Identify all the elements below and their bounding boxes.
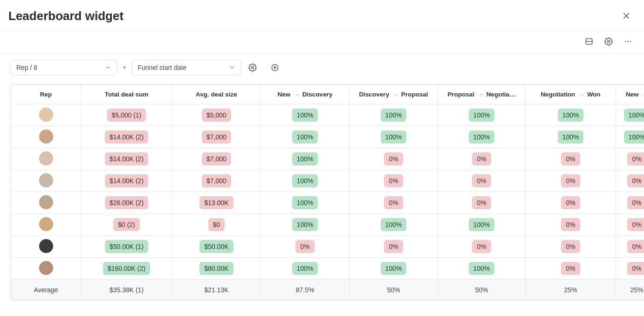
cell-s2: 0% (349, 192, 438, 214)
value-badge: $7,000 (202, 174, 231, 187)
value-badge: 100% (624, 109, 644, 122)
arrow-right-icon: → (392, 91, 398, 98)
table-row[interactable]: $5,000 (1)$5,000100%100%100%100%100% (11, 104, 644, 126)
cell-s5: 100% (616, 126, 644, 148)
cell-s2: 0% (349, 236, 438, 258)
table-row[interactable]: $0 (2)$0100%100%100%0%0% (11, 214, 644, 236)
table-row[interactable]: $14.00K (2)$7,000100%100%100%100%100% (11, 126, 644, 148)
cell-s2: 100% (349, 258, 438, 280)
arrow-right-icon: → (293, 91, 300, 98)
cell-rep (11, 214, 81, 236)
value-badge: 100% (292, 131, 318, 144)
close-button[interactable] (618, 7, 635, 24)
stage-to: Negotia… (486, 91, 516, 98)
value-badge: 100% (292, 262, 318, 275)
avatar[interactable] (39, 173, 53, 187)
stage-to: Proposal (401, 91, 428, 98)
cell-avg: $50.00K (172, 236, 261, 258)
settings-button[interactable] (602, 35, 615, 48)
layout-button[interactable] (582, 35, 596, 48)
feedback-button[interactable] (268, 61, 281, 74)
cell-s3: 0% (438, 148, 526, 170)
date-label: Funnel start date (137, 64, 186, 71)
arrow-right-icon: → (642, 91, 644, 98)
stage-from: New (626, 91, 639, 98)
value-badge: 100% (469, 262, 495, 275)
svg-point-9 (272, 64, 279, 71)
cell-s5: 0% (616, 148, 644, 170)
col-avg[interactable]: Avg. deal size (172, 85, 261, 104)
cell-s5: 100% (616, 104, 644, 126)
value-badge: 0% (384, 152, 403, 165)
cell-s2: 100% (349, 214, 438, 236)
value-badge: $0 (2) (113, 218, 140, 231)
cell-s4: 0% (526, 170, 616, 192)
col-stage-new[interactable]: New → (616, 85, 644, 104)
footer-s4: 25% (526, 280, 616, 300)
leaderboard-table: Rep Total deal sum Avg. deal size New → … (11, 84, 644, 300)
col-stage-discovery-proposal[interactable]: Discovery → Proposal (349, 85, 438, 104)
cell-total: $14.00K (2) (81, 148, 172, 170)
avatar[interactable] (39, 130, 53, 144)
cell-rep (11, 148, 81, 170)
group-by-dropdown[interactable]: Rep / 8 (10, 60, 117, 76)
value-badge: 0% (472, 196, 491, 209)
value-badge: 0% (627, 196, 644, 209)
value-badge: 0% (561, 218, 580, 231)
cell-s4: 0% (526, 258, 616, 280)
cell-s3: 100% (438, 104, 526, 126)
value-badge: 0% (295, 240, 314, 253)
footer-s2: 50% (349, 280, 438, 300)
table-header-row: Rep Total deal sum Avg. deal size New → … (11, 85, 644, 104)
cell-s1: 100% (261, 214, 349, 236)
value-badge: $160.00K (2) (103, 262, 150, 275)
col-stage-new-discovery[interactable]: New → Discovery (261, 85, 349, 104)
avatar[interactable] (39, 217, 53, 231)
cell-total: $0 (2) (81, 214, 172, 236)
cell-s4: 0% (526, 236, 616, 258)
table-row[interactable]: $50.00K (1)$50.00K0%0%0%0%0% (11, 236, 644, 258)
cell-s3: 100% (438, 126, 526, 148)
cell-avg: $7,000 (172, 170, 261, 192)
avatar[interactable] (39, 108, 53, 122)
cell-rep (11, 192, 81, 214)
more-button[interactable] (622, 35, 635, 48)
cell-s5: 0% (616, 214, 644, 236)
col-rep[interactable]: Rep (11, 85, 81, 104)
configure-button[interactable] (246, 61, 259, 74)
value-badge: $26.00K (2) (105, 196, 148, 209)
value-badge: $80.00K (199, 262, 233, 275)
table-row[interactable]: $160.00K (2)$80.00K100%100%100%0%0% (11, 258, 644, 280)
avatar[interactable] (39, 261, 53, 275)
col-stage-proposal-negotiation[interactable]: Proposal → Negotia… (438, 85, 526, 104)
value-badge: 0% (627, 174, 644, 187)
arrow-right-icon: → (477, 91, 484, 98)
avatar[interactable] (39, 195, 53, 209)
value-badge: 100% (469, 109, 495, 122)
separator-dot: • (122, 63, 127, 73)
cell-s3: 0% (438, 192, 526, 214)
table-row[interactable]: $26.00K (2)$13.00K100%0%0%0%0% (11, 192, 644, 214)
value-badge: 0% (472, 152, 491, 165)
cell-s2: 100% (349, 104, 438, 126)
date-dropdown[interactable]: Funnel start date (131, 60, 241, 76)
cell-s5: 0% (616, 192, 644, 214)
cell-s1: 100% (261, 126, 349, 148)
col-total[interactable]: Total deal sum (81, 85, 172, 104)
heart-message-icon (271, 63, 279, 72)
value-badge: 100% (381, 262, 407, 275)
gear-icon (248, 63, 257, 72)
cell-s4: 100% (526, 104, 616, 126)
cell-total: $5,000 (1) (81, 104, 172, 126)
value-badge: 100% (381, 109, 407, 122)
cell-s3: 100% (438, 214, 526, 236)
col-stage-negotiation-won[interactable]: Negotiation → Won (526, 85, 616, 104)
avatar[interactable] (39, 239, 53, 253)
cell-s3: 0% (438, 236, 526, 258)
value-badge: 0% (472, 240, 491, 253)
table-row[interactable]: $14.00K (2)$7,000100%0%0%0%0% (11, 148, 644, 170)
avatar[interactable] (39, 151, 53, 165)
value-badge: $14.00K (2) (105, 131, 148, 144)
value-badge: 100% (292, 152, 318, 165)
table-row[interactable]: $14.00K (2)$7,000100%0%0%0%0% (11, 170, 644, 192)
